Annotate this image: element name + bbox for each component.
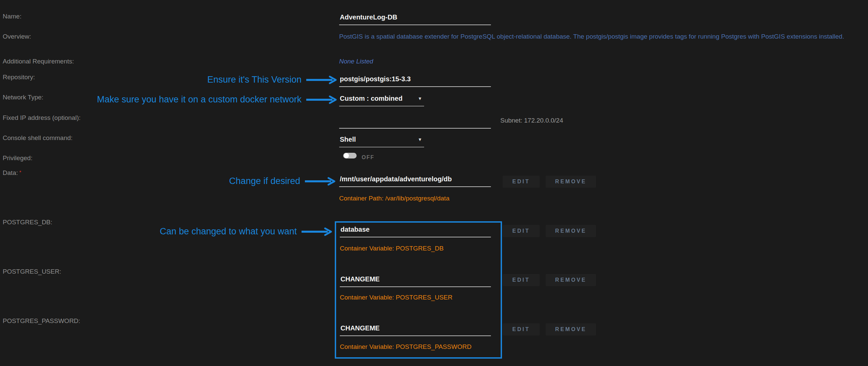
arrow-right-icon xyxy=(306,75,338,84)
annotation-network-type: Make sure you have it on a custom docker… xyxy=(97,94,338,105)
overview-label: Overview: xyxy=(3,33,31,40)
additional-requirements-label: Additional Requirements: xyxy=(3,58,74,65)
annotation-repository-text: Ensure it's This Version xyxy=(207,74,302,85)
required-asterisk: * xyxy=(19,169,21,175)
postgres-user-edit-button[interactable]: EDIT xyxy=(503,274,539,286)
name-input[interactable] xyxy=(339,13,491,25)
console-shell-label: Console shell command: xyxy=(3,134,72,142)
postgres-db-input[interactable] xyxy=(340,226,491,237)
postgres-user-label: POSTGRES_USER: xyxy=(3,268,61,275)
network-type-selected-value: Custom : combined xyxy=(340,95,403,102)
toggle-knob xyxy=(344,153,349,158)
data-path-input[interactable] xyxy=(339,175,491,187)
postgres-user-variable-text: Container Variable: POSTGRES_USER xyxy=(340,294,452,301)
annotation-data-text: Change if desired xyxy=(229,176,300,186)
fixed-ip-input[interactable] xyxy=(339,117,491,129)
repository-label: Repository: xyxy=(3,73,35,81)
chevron-down-icon: ▼ xyxy=(418,96,422,101)
annotation-repository: Ensure it's This Version xyxy=(207,74,338,85)
data-container-path-text: Container Path: /var/lib/postgresql/data xyxy=(339,195,449,202)
privileged-state-label: OFF xyxy=(362,154,374,160)
subnet-text: Subnet: 172.20.0.0/24 xyxy=(500,117,563,124)
console-shell-select[interactable]: Shell ▼ xyxy=(339,136,424,147)
chevron-down-icon: ▼ xyxy=(418,137,422,142)
arrow-right-icon xyxy=(306,95,338,104)
overview-text: PostGIS is a spatial database extender f… xyxy=(339,33,844,40)
postgres-password-remove-button[interactable]: REMOVE xyxy=(546,323,596,335)
postgres-db-remove-button[interactable]: REMOVE xyxy=(546,225,596,237)
privileged-toggle[interactable] xyxy=(343,153,356,158)
postgres-db-label: POSTGRES_DB: xyxy=(3,219,52,226)
data-edit-button[interactable]: EDIT xyxy=(503,176,539,188)
postgres-password-variable-text: Container Variable: POSTGRES_PASSWORD xyxy=(340,343,471,350)
network-type-select[interactable]: Custom : combined ▼ xyxy=(339,95,424,106)
postgres-password-edit-button[interactable]: EDIT xyxy=(503,323,539,335)
annotation-network-type-text: Make sure you have it on a custom docker… xyxy=(97,94,302,105)
annotation-postgres-db-text: Can be changed to what you want xyxy=(160,226,297,237)
postgres-user-input[interactable] xyxy=(340,275,491,287)
fixed-ip-label: Fixed IP address (optional): xyxy=(3,114,81,122)
postgres-password-input[interactable] xyxy=(340,324,491,336)
postgres-db-variable-text: Container Variable: POSTGRES_DB xyxy=(340,245,443,252)
postgres-password-label: POSTGRES_PASSWORD: xyxy=(3,317,80,325)
postgres-user-remove-button[interactable]: REMOVE xyxy=(546,274,596,286)
highlight-box xyxy=(335,221,502,359)
postgres-db-edit-button[interactable]: EDIT xyxy=(503,225,539,237)
console-shell-selected-value: Shell xyxy=(340,136,356,143)
additional-requirements-value: None Listed xyxy=(339,58,373,65)
name-label: Name: xyxy=(3,13,22,20)
repository-input[interactable] xyxy=(339,75,491,87)
arrow-right-icon xyxy=(301,227,333,236)
arrow-right-icon xyxy=(304,177,336,186)
container-settings-page: Name: Overview: PostGIS is a spatial dat… xyxy=(0,0,868,366)
data-label: Data:* xyxy=(3,169,21,177)
privileged-label: Privileged: xyxy=(3,154,33,162)
annotation-data: Change if desired xyxy=(229,176,336,186)
network-type-label: Network Type: xyxy=(3,94,43,101)
annotation-postgres-db: Can be changed to what you want xyxy=(160,226,333,237)
data-remove-button[interactable]: REMOVE xyxy=(546,176,596,188)
